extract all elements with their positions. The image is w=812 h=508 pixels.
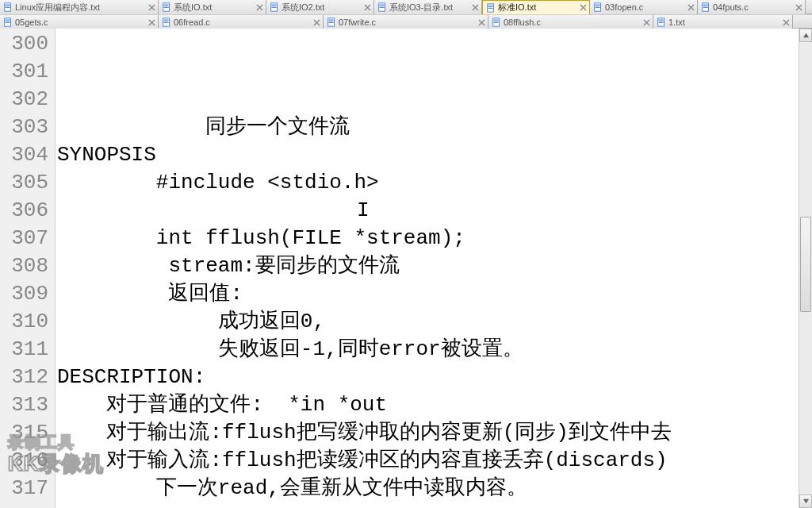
file-icon	[3, 2, 13, 12]
scroll-thumb[interactable]	[800, 217, 811, 312]
svg-rect-45	[659, 20, 664, 21]
tab-label: 03fopen.c	[605, 2, 683, 12]
line-number: 308	[0, 252, 55, 280]
line-number: 316	[0, 447, 55, 475]
line-number: 313	[0, 391, 55, 419]
close-icon[interactable]	[147, 17, 156, 27]
editor: 3003013023033043053063073083093103113123…	[0, 29, 812, 508]
svg-rect-9	[272, 5, 277, 6]
line-number: 312	[0, 364, 55, 391]
svg-rect-34	[164, 21, 169, 21]
code-line	[57, 197, 812, 225]
code-line: 对于输出流:fflush把写缓冲取的内容更新(同步)到文件中去	[57, 419, 812, 447]
file-icon	[593, 2, 603, 12]
code-line: SYNOPSIS	[57, 141, 812, 169]
tab-Linux-txt[interactable]: Linux应用编程内容.txt	[0, 0, 159, 14]
svg-rect-37	[329, 20, 334, 21]
file-icon	[3, 17, 13, 27]
tab-05gets-c[interactable]: 05gets.c	[0, 15, 159, 29]
svg-rect-21	[596, 5, 600, 6]
svg-rect-17	[488, 5, 493, 6]
tab-04fputs-c[interactable]: 04fputs.c	[698, 0, 806, 14]
close-icon[interactable]	[578, 3, 588, 13]
close-icon[interactable]	[781, 17, 791, 27]
tab-label: 08fflush.c	[504, 17, 638, 27]
tab-label: 07fwrite.c	[339, 17, 473, 27]
close-icon[interactable]	[362, 2, 372, 12]
code-line	[57, 502, 812, 508]
tab-03fopen-c[interactable]: 03fopen.c	[590, 0, 698, 14]
tab-fill	[793, 15, 812, 28]
close-icon[interactable]	[147, 2, 156, 12]
tab-label: 系统IO2.txt	[282, 2, 359, 13]
tab-07fwrite-c[interactable]: 07fwrite.c	[324, 15, 488, 29]
svg-rect-18	[488, 6, 493, 7]
file-icon	[327, 17, 336, 27]
tab-label: Linux应用编程内容.txt	[15, 2, 144, 13]
code-line: 同步一个文件流	[57, 114, 812, 141]
line-number: 311	[0, 336, 55, 364]
svg-rect-2	[6, 6, 10, 6]
svg-rect-1	[6, 5, 10, 6]
vertical-scrollbar[interactable]	[799, 29, 812, 508]
close-icon[interactable]	[794, 2, 803, 12]
svg-rect-13	[380, 5, 385, 6]
tab-row-1: Linux应用编程内容.txt系统IO.txt系统IO2.txt系统IO3-目录…	[0, 0, 812, 14]
line-number: 317	[0, 475, 55, 502]
scroll-up-button[interactable]	[799, 29, 812, 42]
line-number: 306	[0, 197, 55, 225]
tab--IO2-txt[interactable]: 系统IO2.txt	[266, 0, 374, 14]
close-icon[interactable]	[642, 17, 651, 27]
file-icon	[162, 2, 171, 12]
line-number: 310	[0, 308, 55, 336]
svg-rect-10	[272, 6, 277, 6]
tab-label: 系统IO3-目录.txt	[389, 2, 467, 13]
file-icon	[701, 2, 710, 12]
svg-rect-43	[494, 22, 499, 23]
file-icon	[270, 2, 279, 12]
svg-rect-6	[164, 6, 169, 6]
tab-06fread-c[interactable]: 06fread.c	[159, 15, 324, 29]
tab-label: 系统IO.txt	[174, 2, 251, 13]
svg-rect-30	[6, 21, 10, 21]
tab--IO3-txt[interactable]: 系统IO3-目录.txt	[374, 0, 482, 14]
svg-rect-25	[703, 5, 708, 6]
line-number: 300	[0, 30, 55, 58]
close-icon[interactable]	[255, 2, 264, 12]
file-icon	[162, 17, 171, 27]
svg-rect-11	[272, 7, 277, 8]
code-line: int fflush(FILE *stream);	[57, 225, 812, 252]
tab-row-2: 05gets.c06fread.c07fwrite.c08fflush.c1.t…	[0, 14, 812, 29]
svg-rect-42	[494, 21, 499, 21]
tab--IO-txt[interactable]: 标准IO.txt	[482, 0, 590, 14]
close-icon[interactable]	[470, 2, 480, 12]
svg-rect-5	[164, 5, 169, 6]
scroll-down-button[interactable]	[799, 495, 812, 508]
file-icon	[492, 17, 501, 27]
svg-rect-22	[596, 6, 600, 6]
close-icon[interactable]	[312, 17, 321, 27]
svg-rect-3	[6, 7, 10, 8]
code-line: 成功返回0,	[57, 308, 812, 336]
svg-rect-23	[596, 7, 600, 8]
svg-rect-29	[6, 20, 10, 21]
text-cursor: I	[357, 197, 370, 225]
tab-08fflush-c[interactable]: 08fflush.c	[488, 15, 653, 29]
scroll-track[interactable]	[799, 42, 812, 495]
close-icon[interactable]	[686, 2, 695, 12]
svg-rect-7	[164, 7, 169, 8]
svg-rect-15	[380, 7, 385, 8]
line-number: 303	[0, 114, 55, 141]
svg-rect-31	[6, 22, 10, 23]
code-line: 失败返回-1,同时error被设置。	[57, 336, 812, 364]
line-number-gutter: 3003013023033043053063073083093103113123…	[0, 29, 56, 508]
code-area[interactable]: 同步一个文件流SYNOPSIS #include <stdio.h> int f…	[56, 29, 812, 508]
svg-rect-26	[703, 6, 708, 6]
close-icon[interactable]	[477, 17, 486, 27]
svg-rect-35	[164, 22, 169, 23]
tab-label: 1.txt	[668, 17, 778, 27]
tab--IO-txt[interactable]: 系统IO.txt	[159, 0, 266, 14]
svg-rect-38	[329, 21, 334, 21]
tab-1-txt[interactable]: 1.txt	[653, 15, 793, 29]
svg-rect-47	[659, 22, 664, 23]
